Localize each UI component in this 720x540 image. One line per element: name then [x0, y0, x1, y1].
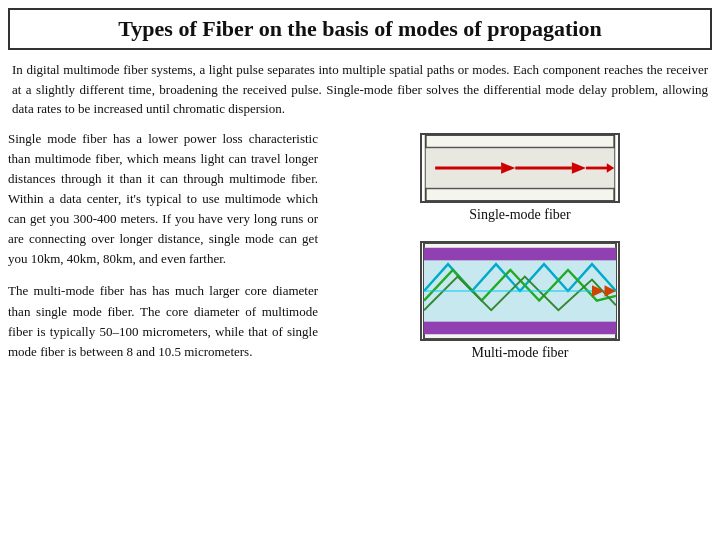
- multi-mode-label: Multi-mode fiber: [472, 345, 569, 361]
- left-para-2: The multi-mode fiber has has much larger…: [8, 281, 318, 362]
- single-mode-block: Single-mode fiber: [420, 133, 620, 223]
- single-mode-diagram: [420, 133, 620, 203]
- intro-paragraph: In digital multimode fiber systems, a li…: [8, 60, 712, 119]
- svg-rect-13: [424, 247, 616, 259]
- content-area: Single mode fiber has a lower power loss…: [8, 129, 712, 375]
- page-container: Types of Fiber on the basis of modes of …: [0, 0, 720, 540]
- svg-rect-14: [424, 321, 616, 333]
- single-mode-label: Single-mode fiber: [469, 207, 570, 223]
- multi-mode-diagram: [420, 241, 620, 341]
- left-para-1: Single mode fiber has a lower power loss…: [8, 129, 318, 270]
- page-title: Types of Fiber on the basis of modes of …: [118, 16, 601, 41]
- title-box: Types of Fiber on the basis of modes of …: [8, 8, 712, 50]
- left-text-block: Single mode fiber has a lower power loss…: [8, 129, 318, 375]
- multi-mode-block: Multi-mode fiber: [420, 241, 620, 361]
- right-diagrams: Single-mode fiber: [328, 129, 712, 361]
